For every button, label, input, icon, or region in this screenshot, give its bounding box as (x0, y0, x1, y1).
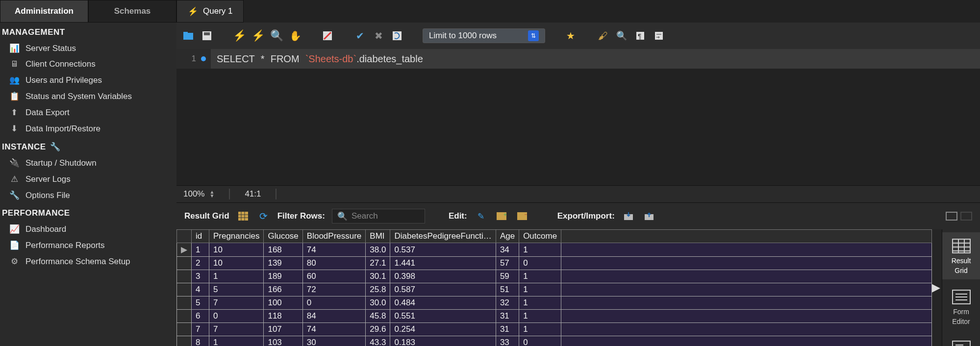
cell[interactable]: 30 (302, 336, 366, 346)
table-row[interactable]: ▶1101687438.00.537341 (177, 243, 932, 257)
cell[interactable]: 0.484 (390, 297, 496, 310)
cell[interactable]: 139 (264, 257, 302, 270)
column-header[interactable]: BloodPressure (302, 230, 366, 243)
open-file-icon[interactable] (181, 29, 195, 43)
cell[interactable]: 168 (264, 243, 302, 257)
refresh-icon[interactable]: ⟳ (257, 209, 271, 223)
cell[interactable]: 0.398 (390, 270, 496, 283)
sidebar-item-management-4[interactable]: ⬆Data Export (0, 104, 176, 121)
cell[interactable]: 1 (519, 297, 561, 310)
sidebar-item-performance-1[interactable]: 📄Performance Reports (0, 237, 176, 253)
cell[interactable]: 1 (209, 336, 264, 346)
cell[interactable]: 30.0 (366, 297, 390, 310)
cell[interactable]: 1 (519, 243, 561, 257)
rollback-icon[interactable]: ✖ (372, 29, 385, 43)
sidebar-item-management-2[interactable]: 👥Users and Privileges (0, 72, 176, 88)
cell[interactable]: 100 (264, 297, 302, 310)
limit-rows-select[interactable]: Limit to 1000 rows ⇅ (423, 28, 545, 43)
cell[interactable]: 0.537 (390, 243, 496, 257)
grid-view-icon[interactable] (236, 209, 250, 223)
column-header[interactable]: Age (496, 230, 519, 243)
row-marker[interactable] (177, 310, 192, 323)
cell[interactable]: 7 (192, 323, 209, 336)
cell[interactable]: 0 (519, 257, 561, 270)
column-header[interactable]: BMI (366, 230, 390, 243)
cell[interactable]: 0 (209, 310, 264, 323)
cell[interactable]: 0 (302, 297, 366, 310)
cell[interactable]: 1 (192, 243, 209, 257)
cell[interactable]: 25.8 (366, 283, 390, 297)
sidebar-item-instance-0[interactable]: 🔌Startup / Shutdown (0, 155, 176, 171)
cell[interactable]: 57 (496, 257, 519, 270)
commit-off-icon[interactable] (321, 29, 334, 43)
execute-current-icon[interactable]: ⚡ (251, 29, 265, 43)
cell[interactable]: 60 (302, 270, 366, 283)
row-marker[interactable]: ▶ (177, 243, 192, 257)
cell[interactable]: 1 (519, 310, 561, 323)
cell[interactable]: 10 (209, 243, 264, 257)
panel-toggle-2[interactable] (960, 212, 972, 221)
cell[interactable]: 10 (209, 257, 264, 270)
column-header[interactable]: Pregnancies (209, 230, 264, 243)
row-marker[interactable] (177, 270, 192, 283)
cell[interactable]: 166 (264, 283, 302, 297)
cell[interactable]: 103 (264, 336, 302, 346)
save-icon[interactable] (200, 29, 214, 43)
rail-field-types[interactable]: Field Types (942, 334, 980, 346)
table-row[interactable]: 2101398027.11.441570 (177, 257, 932, 270)
expand-panel-icon[interactable]: ▶ (932, 281, 942, 294)
column-header[interactable]: id (192, 230, 209, 243)
cell[interactable]: 7 (209, 323, 264, 336)
column-header[interactable]: Glucose (264, 230, 302, 243)
commit-icon[interactable]: ✔ (353, 29, 367, 43)
cell[interactable]: 84 (302, 310, 366, 323)
export-icon[interactable] (622, 209, 635, 223)
cell[interactable]: 30.1 (366, 270, 390, 283)
cell[interactable]: 31 (496, 310, 519, 323)
cell[interactable]: 7 (209, 297, 264, 310)
sidebar-item-management-5[interactable]: ⬇Data Import/Restore (0, 121, 176, 137)
cell[interactable]: 38.0 (366, 243, 390, 257)
cell[interactable]: 27.1 (366, 257, 390, 270)
cell[interactable]: 34 (496, 243, 519, 257)
cell[interactable]: 1 (519, 283, 561, 297)
sql-line[interactable]: SELECT * FROM `Sheets-db`.diabetes_table (211, 49, 980, 69)
cell[interactable]: 0.254 (390, 323, 496, 336)
filter-search-input[interactable]: 🔍 Search (332, 209, 425, 223)
import-icon[interactable] (642, 209, 656, 223)
tab-administration[interactable]: Administration (0, 0, 88, 23)
cell[interactable]: 0.551 (390, 310, 496, 323)
stop-icon[interactable]: ✋ (288, 29, 302, 43)
cell[interactable]: 59 (496, 270, 519, 283)
cell[interactable]: 31 (496, 323, 519, 336)
row-marker[interactable] (177, 283, 192, 297)
beautify-icon[interactable]: 🖌 (596, 29, 610, 43)
column-header[interactable]: DiabetesPedigreeFuncti… (390, 230, 496, 243)
execute-icon[interactable]: ⚡ (232, 29, 246, 43)
table-row[interactable]: 451667225.80.587511 (177, 283, 932, 297)
panel-toggle-1[interactable] (946, 212, 957, 221)
add-row-icon[interactable]: ＋ (495, 209, 508, 223)
rail-result-grid[interactable]: Result Grid (942, 232, 980, 279)
row-marker[interactable] (177, 336, 192, 346)
sql-editor[interactable]: 1 SELECT * FROM `Sheets-db`.diabetes_tab… (176, 49, 980, 69)
cell[interactable]: 72 (302, 283, 366, 297)
sidebar-item-performance-0[interactable]: 📈Dashboard (0, 221, 176, 237)
cell[interactable]: 1 (519, 323, 561, 336)
cell[interactable]: 2 (192, 257, 209, 270)
sidebar-item-management-0[interactable]: 📊Server Status (0, 40, 176, 56)
table-row[interactable]: 601188445.80.551311 (177, 310, 932, 323)
cell[interactable]: 0.587 (390, 283, 496, 297)
row-marker[interactable] (177, 257, 192, 270)
delete-row-icon[interactable]: － (515, 209, 529, 223)
sidebar-item-instance-2[interactable]: 🔧Options File (0, 187, 176, 203)
cell[interactable]: 29.6 (366, 323, 390, 336)
cell[interactable]: 189 (264, 270, 302, 283)
cell[interactable]: 0 (519, 336, 561, 346)
sidebar-item-instance-1[interactable]: ⚠Server Logs (0, 171, 176, 187)
table-row[interactable]: 57100030.00.484321 (177, 297, 932, 310)
cell[interactable]: 107 (264, 323, 302, 336)
table-row[interactable]: 771077429.60.254311 (177, 323, 932, 336)
table-row[interactable]: 811033043.30.183330 (177, 336, 932, 346)
find-icon[interactable]: 🔍 (615, 29, 628, 43)
